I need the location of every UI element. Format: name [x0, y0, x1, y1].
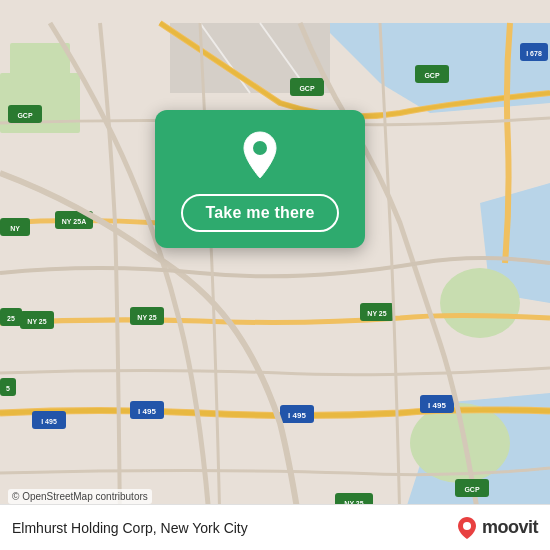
svg-text:GCP: GCP	[424, 72, 440, 79]
svg-text:I 495: I 495	[138, 407, 156, 416]
svg-text:5: 5	[6, 385, 10, 392]
popup-card: Take me there	[155, 110, 365, 248]
svg-text:I 495: I 495	[288, 411, 306, 420]
svg-text:NY 25: NY 25	[137, 314, 156, 321]
svg-text:I 495: I 495	[41, 418, 57, 425]
svg-text:NY 25A: NY 25A	[62, 218, 86, 225]
location-label: Elmhurst Holding Corp, New York City	[12, 520, 248, 536]
moovit-pin-icon	[456, 516, 478, 540]
moovit-logo: moovit	[456, 516, 538, 540]
svg-text:NY 25: NY 25	[367, 310, 386, 317]
svg-text:GCP: GCP	[464, 486, 480, 493]
svg-text:I 495: I 495	[428, 401, 446, 410]
svg-text:I 678: I 678	[526, 50, 542, 57]
svg-point-47	[253, 141, 267, 155]
svg-rect-5	[10, 43, 70, 83]
map-attribution: © OpenStreetMap contributors	[8, 489, 152, 504]
bottom-bar: Elmhurst Holding Corp, New York City moo…	[0, 504, 550, 550]
svg-point-6	[440, 268, 520, 338]
map-container: I 495 I 495 I 495 GCP GCP NY 25A NY 25A …	[0, 0, 550, 550]
svg-text:NY: NY	[10, 225, 20, 232]
location-pin-icon	[233, 128, 287, 182]
map-background: I 495 I 495 I 495 GCP GCP NY 25A NY 25A …	[0, 0, 550, 550]
svg-text:GCP: GCP	[17, 112, 33, 119]
take-me-there-button[interactable]: Take me there	[181, 194, 338, 232]
svg-text:GCP: GCP	[299, 85, 315, 92]
svg-text:25: 25	[7, 315, 15, 322]
svg-text:NY 25: NY 25	[27, 318, 46, 325]
svg-point-48	[463, 522, 471, 530]
moovit-brand-text: moovit	[482, 517, 538, 538]
